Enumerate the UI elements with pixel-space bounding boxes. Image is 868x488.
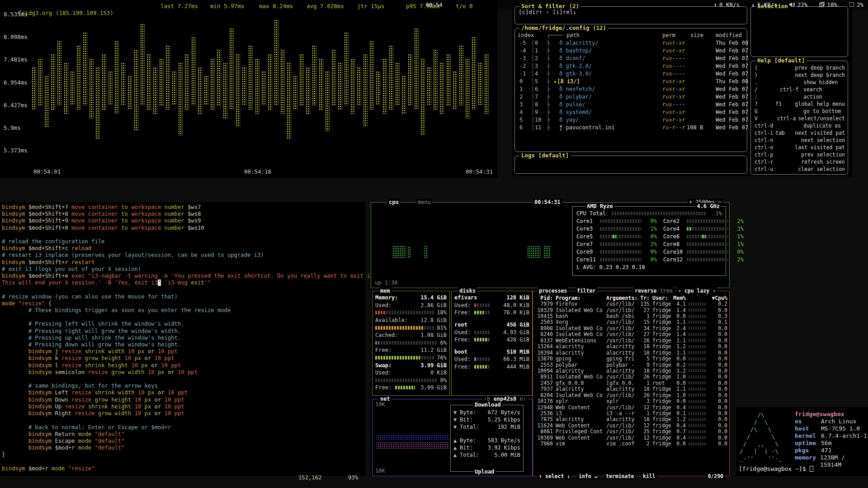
- process-row[interactable]: 10094alacrittyalacritty18fridge1.20.0: [533, 368, 729, 374]
- process-row[interactable]: 8081Privileged Cont/usr/lib/25fridge0.70…: [533, 429, 729, 435]
- vim-token: "default": [91, 445, 124, 451]
- file-row[interactable]: -4│1├ð bashtop/rwxr-xrWed Feb 07: [518, 47, 744, 55]
- terminate-control[interactable]: terminate: [604, 473, 635, 479]
- process-row[interactable]: 8240Isolated Web Co/usr/lib/27fridge1.40…: [533, 332, 729, 337]
- file-row[interactable]: -2│3├ð gtk-2.0/rwx----Wed Feb 07: [518, 63, 744, 71]
- cpu-model-label: AMD Ryze: [585, 203, 614, 209]
- process-row[interactable]: 2503Xorg/usr/lib/15fridge1.10.1: [533, 319, 729, 325]
- file-cell: 6: [519, 124, 523, 131]
- file-row[interactable]: -3│2├ð dconf/rwx----Wed Feb 07: [518, 55, 744, 63]
- tab-processes[interactable]: processes: [538, 288, 568, 294]
- process-row[interactable]: 7937alacrittyalacritty18fridge1.10.0: [533, 386, 729, 392]
- process-cell: 7875: [535, 416, 553, 422]
- process-cell: 0.0: [708, 416, 727, 422]
- tab-reverse[interactable]: reverse: [633, 288, 658, 294]
- interface-selector[interactable]: ‹b enp42s0 n›: [482, 396, 528, 402]
- process-row[interactable]: 8137WebExtensions/usr/lib/26fridge1.10.0: [533, 337, 729, 343]
- info-control[interactable]: info ↵: [577, 473, 599, 479]
- process-row[interactable]: 10176xplrxplr3fridge0.00.0: [533, 398, 729, 404]
- disk-header: root456 GiB: [452, 321, 532, 329]
- process-cpu-bar: [689, 321, 707, 324]
- process-count: 0/290: [706, 473, 725, 479]
- info-key: pkgs: [795, 447, 821, 454]
- shell-prompt[interactable]: [fridge@swagbox ~]$: [739, 465, 813, 473]
- process-row[interactable]: 2457gfx_0.0.0[gfx_0.0.1root0.00.0: [533, 380, 729, 386]
- process-cell: 12948: [535, 404, 553, 411]
- file-modified: Thu Feb 08: [716, 40, 748, 46]
- process-row[interactable]: 7979firefox/usr/lib/135fridge4.10.2: [533, 301, 729, 307]
- memory-row: Free:11.2 GiB: [373, 346, 449, 354]
- process-cell: fridge: [652, 410, 673, 417]
- vim-scroll-percent: 93%: [348, 474, 358, 481]
- process-cpu-bar: [689, 412, 707, 415]
- file-row[interactable]: 1│6├ð neofetch/rwxr-xrWed Feb 07: [518, 86, 744, 94]
- volume-widget[interactable]: 22%: [789, 1, 808, 8]
- file-row[interactable]: 4│9├ð systemd/rwxr-xrWed Feb 07: [518, 109, 744, 117]
- tab-cpu[interactable]: cpu: [387, 199, 400, 205]
- file-cell: │: [531, 47, 534, 54]
- file-row[interactable]: -5│0├ð alacritty/rwxr-xrThu Feb 08: [518, 40, 744, 47]
- sort-mode-selector[interactable]: ‹ cpu lazy ›: [677, 288, 717, 294]
- tab-menu[interactable]: menu: [416, 199, 432, 205]
- core-label: Core8: [663, 241, 687, 247]
- file-row[interactable]: 0│5├▸[ð i3/]rwxr-xrThu Feb 08: [518, 78, 744, 86]
- gping-sample: [198, 67, 202, 114]
- help-key-alt: [780, 94, 803, 101]
- file-perm: rwx----: [662, 63, 685, 69]
- process-row[interactable]: 10329Isolated Web Co/usr/lib/27fridge1.4…: [533, 307, 729, 313]
- process-cell: 1.4: [673, 307, 686, 313]
- process-cell: 1: [638, 380, 650, 386]
- process-row[interactable]: 11624Web Content/usr/lib/12fridge0.40.0: [533, 422, 729, 428]
- upload-rate-widget: ↑ 0 KB/s: [713, 1, 740, 8]
- process-row[interactable]: 7960vimvim .conf2fridge0.00.0: [533, 441, 729, 447]
- tab-filter[interactable]: filter: [576, 288, 597, 294]
- tab-tree[interactable]: tree: [659, 288, 674, 294]
- gping-x-tick: 00:54:31: [466, 168, 493, 175]
- disk-row: Free:428 GiB: [452, 336, 532, 344]
- process-header-cell: Arguments:: [606, 295, 638, 301]
- process-cpu-bar: [689, 400, 707, 403]
- cpu-activity-cluster: [527, 246, 541, 258]
- file-cell: │: [531, 63, 534, 69]
- process-row[interactable]: 7875alacrittyalacritty18fridge1.20.0: [533, 417, 729, 422]
- vim-editor[interactable]: bindsym $mod+Shift+7 move container to w…: [0, 202, 365, 472]
- memory-widget[interactable]: 18%: [819, 1, 837, 8]
- vim-token: # Pressing up will shrink the window's h…: [2, 335, 181, 341]
- memory-value: 3.99 GiB: [420, 362, 447, 369]
- cpu-widget[interactable]: 2%: [849, 1, 863, 8]
- process-cell: 1.2: [673, 343, 686, 350]
- file-row[interactable]: 6│11├ƒ pavucontrol.inirw-r--r108 BWed Fe…: [518, 124, 744, 132]
- memory-value: 2.86 GiB: [420, 302, 447, 308]
- process-cell: 0.0: [708, 435, 727, 441]
- help-key-alt: [778, 152, 801, 159]
- memory-label: Used:: [375, 302, 420, 308]
- process-row[interactable]: 10369Web Content/usr/lib/12fridge0.40.0: [533, 435, 729, 441]
- vim-token: 10: [135, 397, 142, 403]
- process-cpu-bar: [689, 388, 707, 391]
- gping-sample: [357, 67, 361, 106]
- file-modified: Wed Feb 07: [716, 47, 748, 54]
- process-row[interactable]: 10394alacrittyalacritty18fridge1.10.0: [533, 350, 729, 355]
- process-row[interactable]: 2553polybarpolybar -9fridge0.20.0: [533, 362, 729, 368]
- file-cell: │: [531, 117, 534, 123]
- process-row[interactable]: 12948Web Content/usr/lib/12fridge0.40.0: [533, 404, 729, 410]
- process-row[interactable]: 2536i3i3 -a --r1fridge0.10.0: [533, 410, 729, 416]
- help-key: ctrl-i: [755, 130, 775, 137]
- vim-token: $mod+r: [52, 445, 78, 451]
- process-row[interactable]: 8204Isolated Web Co/usr/lib/26fridge1.00…: [533, 392, 729, 398]
- file-row[interactable]: 2│7├ð polybar/rwxr-xrWed Feb 07: [518, 94, 744, 101]
- process-cell: 1.4: [673, 331, 686, 337]
- process-row[interactable]: 13264alacrittyalacritty18fridge1.20.0: [533, 344, 729, 350]
- process-row[interactable]: 8908Isolated Web Co/usr/lib/34fridge2.40…: [533, 325, 729, 331]
- file-row[interactable]: 5│10├ð yay/rwxr-xrWed Feb 07: [518, 117, 744, 124]
- core-bar: [600, 235, 642, 238]
- vim-token: bindsym: [2, 204, 25, 210]
- file-row[interactable]: -1│4├ð gtk-3.0/rwx----Wed Feb 07: [518, 71, 744, 78]
- process-row[interactable]: 8911Isolated Web Co/usr/lib/26fridge1.00…: [533, 374, 729, 380]
- file-row[interactable]: 3│8├ð pulse/rwx----Wed Feb 07: [518, 101, 744, 109]
- select-control[interactable]: ↑ select ↓: [538, 473, 571, 479]
- process-row[interactable]: 10415bashbash /sbi1fridge0.00.3: [533, 313, 729, 319]
- process-cell: /usr/lib/: [606, 428, 638, 435]
- process-row[interactable]: 13870gpinggping fri5fridge0.00.0: [533, 355, 729, 361]
- kill-control[interactable]: kill: [642, 473, 657, 479]
